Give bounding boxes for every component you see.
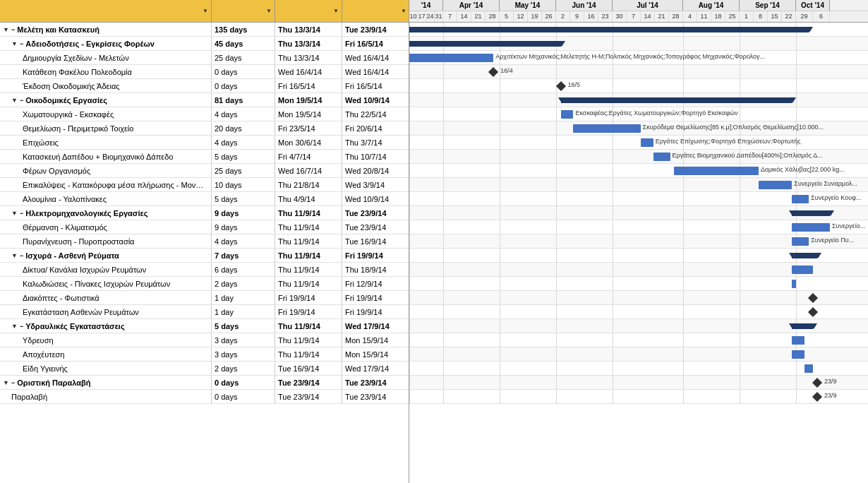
task-name-text: Έκδοση Οικοδομικής Άδειας bbox=[23, 82, 120, 90]
gantt-bar-label: Συνεργείο Κουφ... bbox=[811, 194, 861, 201]
table-row[interactable]: Διακόπτες - Φωτιστικά1 dayFri 19/9/14Fri… bbox=[0, 291, 409, 305]
grid-line bbox=[500, 178, 500, 191]
grid-line bbox=[556, 220, 557, 234]
grid-line bbox=[500, 376, 500, 389]
table-row[interactable]: Επικαλύψεις - Κατακόρυφα μέσα πλήρωσης -… bbox=[0, 178, 409, 192]
gantt-milestone bbox=[555, 81, 565, 91]
task-start-cell: Mon 30/6/14 bbox=[275, 136, 342, 149]
table-row[interactable]: Αλουμίνια - Υαλοπίνακες5 daysThu 4/9/14W… bbox=[0, 192, 409, 206]
start-sort-arrow[interactable]: ▼ bbox=[333, 8, 339, 14]
duration-sort-arrow[interactable]: ▼ bbox=[266, 8, 272, 14]
grid-line bbox=[683, 234, 684, 248]
grid-line bbox=[409, 234, 410, 248]
collapse-icon[interactable]: ▼ bbox=[11, 323, 18, 330]
task-start-cell: Thu 4/9/14 bbox=[275, 192, 342, 205]
table-row[interactable]: ▼ − Υδραυλικές Εγκαταστάσεις5 daysThu 11… bbox=[0, 319, 409, 333]
task-start-cell: Thu 21/8/14 bbox=[275, 178, 342, 191]
task-sort-arrow[interactable]: ▼ bbox=[203, 8, 208, 14]
gantt-week-label: 30 bbox=[613, 11, 627, 22]
duration-header[interactable]: ▼ bbox=[212, 0, 275, 22]
grid-line bbox=[409, 319, 410, 333]
grid-line bbox=[409, 150, 410, 163]
grid-line bbox=[443, 319, 444, 333]
task-finish-cell: Tue 23/9/14 bbox=[342, 390, 409, 403]
gantt-month-label: '14 bbox=[409, 0, 443, 11]
table-row[interactable]: Καλωδιώσεις - Πίνακες Ισχυρών Ρευμάτων2 … bbox=[0, 277, 409, 291]
collapse-indicator[interactable]: − bbox=[20, 97, 23, 104]
collapse-icon[interactable]: ▼ bbox=[11, 210, 18, 217]
grid-line bbox=[796, 305, 797, 318]
task-name-cell: ▼ − Οικοδομικές Εργασίες bbox=[0, 93, 212, 107]
finish-sort-arrow[interactable]: ▼ bbox=[401, 8, 406, 14]
table-row[interactable]: ▼ − Οικοδομικές Εργασίες81 daysMon 19/5/… bbox=[0, 93, 409, 107]
table-row[interactable]: ▼ − Ηλεκτρομηχανολογικές Εργασίες9 daysT… bbox=[0, 206, 409, 220]
table-row[interactable]: Υδρευση3 daysThu 11/9/14Mon 15/9/14 bbox=[0, 333, 409, 347]
table-row[interactable]: Επιχώσεις4 daysMon 30/6/14Thu 3/7/14 bbox=[0, 136, 409, 150]
table-row[interactable]: Εγκατάσταση Ασθενών Ρευμάτων1 dayFri 19/… bbox=[0, 305, 409, 319]
table-row[interactable]: Δίκτυα/ Κανάλια Ισχυρών Ρευμάτων6 daysTh… bbox=[0, 263, 409, 277]
collapse-indicator[interactable]: − bbox=[20, 210, 23, 217]
task-name-text: Πυρανίχνευση - Πυροπροστασία bbox=[23, 237, 134, 246]
task-name-cell: Χωματουργικά - Εκσκαφές bbox=[0, 107, 212, 121]
table-row[interactable]: Κατασκευή Δαπέδου + Βιομηχανικό Δάπεδο5 … bbox=[0, 150, 409, 164]
gantt-week-label: 10 bbox=[409, 11, 418, 22]
grid-line bbox=[556, 319, 557, 333]
collapse-indicator[interactable]: − bbox=[11, 379, 15, 386]
task-duration-cell: 45 days bbox=[212, 37, 275, 50]
grid-line bbox=[740, 220, 740, 234]
task-start-cell: Fri 16/5/14 bbox=[275, 79, 342, 93]
grid-line bbox=[409, 93, 410, 107]
grid-line bbox=[796, 277, 797, 290]
grid-line bbox=[556, 164, 557, 177]
collapse-icon[interactable]: ▼ bbox=[11, 40, 18, 47]
task-duration-cell: 5 days bbox=[212, 150, 275, 163]
finish-header[interactable]: ▼ bbox=[342, 0, 409, 22]
grid-line bbox=[556, 206, 557, 220]
task-finish-cell: Wed 16/4/14 bbox=[342, 51, 409, 64]
grid-line bbox=[500, 390, 500, 403]
task-name-text: Ηλεκτρομηχανολογικές Εργασίες bbox=[25, 209, 147, 217]
grid-line bbox=[683, 220, 684, 234]
gantt-bar-label: Εργάτες Επίχωσης;Φορτηγά Επιχώσεων;Φορτω… bbox=[656, 138, 801, 145]
table-row[interactable]: Έκδοση Οικοδομικής Άδειας0 daysFri 16/5/… bbox=[0, 79, 409, 93]
collapse-icon[interactable]: ▼ bbox=[3, 379, 10, 386]
table-row[interactable]: ▼ − Μελέτη και Κατασκευή135 daysThu 13/3… bbox=[0, 23, 409, 37]
task-name-header[interactable]: ▼ bbox=[0, 0, 212, 22]
grid-line bbox=[740, 305, 740, 318]
gantt-row bbox=[409, 263, 868, 277]
collapse-indicator[interactable]: − bbox=[20, 252, 23, 259]
table-row[interactable]: Πυρανίχνευση - Πυροπροστασία4 daysThu 11… bbox=[0, 234, 409, 249]
table-row[interactable]: Φέρων Οργανισμός25 daysWed 16/7/14Wed 20… bbox=[0, 164, 409, 178]
collapse-indicator[interactable]: − bbox=[20, 40, 23, 47]
gantt-row bbox=[409, 249, 868, 263]
table-row[interactable]: ▼ − Οριστική Παραλαβή0 daysTue 23/9/14Tu… bbox=[0, 376, 409, 390]
task-start-cell: Fri 4/7/14 bbox=[275, 150, 342, 163]
gantt-row: Εργάτες Επίχωσης;Φορτηγά Επιχώσεων;Φορτω… bbox=[409, 136, 868, 150]
table-row[interactable]: Κατάθεση Φακέλου Πολεοδομία0 daysWed 16/… bbox=[0, 65, 409, 79]
milestone-label: 16/4 bbox=[500, 67, 513, 74]
task-name-text: Θεμελίωση - Περιμετρικό Τοιχείο bbox=[23, 124, 133, 133]
table-row[interactable]: Θέρμανση - Κλιματισμός9 daysThu 11/9/14T… bbox=[0, 220, 409, 234]
table-row[interactable]: ▼ − Ισχυρά - Ασθενή Ρεύματα7 daysThu 11/… bbox=[0, 249, 409, 263]
start-header[interactable]: ▼ bbox=[275, 0, 342, 22]
grid-line bbox=[613, 164, 613, 177]
collapse-indicator[interactable]: − bbox=[11, 26, 15, 33]
grid-line bbox=[500, 277, 500, 290]
task-duration-cell: 4 days bbox=[212, 107, 275, 121]
task-finish-cell: Wed 3/9/14 bbox=[342, 178, 409, 191]
table-row[interactable]: Δημιουργία Σχεδίων - Μελετών25 daysThu 1… bbox=[0, 51, 409, 65]
gantt-row bbox=[409, 319, 868, 333]
gantt-milestone bbox=[808, 293, 818, 303]
collapse-icon[interactable]: ▼ bbox=[11, 97, 18, 104]
table-row[interactable]: Αποχέυτεση3 daysThu 11/9/14Mon 15/9/14 bbox=[0, 347, 409, 362]
task-name-text: Οικοδομικές Εργασίες bbox=[25, 96, 107, 105]
table-row[interactable]: Χωματουργικά - Εκσκαφές4 daysMon 19/5/14… bbox=[0, 107, 409, 121]
table-row[interactable]: Είδη Υγιεινής2 daysTue 16/9/14Wed 17/9/1… bbox=[0, 362, 409, 376]
collapse-icon[interactable]: ▼ bbox=[3, 26, 10, 33]
collapse-indicator[interactable]: − bbox=[20, 323, 23, 330]
table-row[interactable]: ▼ − Αδειοδοτήσεις - Εγκρίσεις Φορέων45 d… bbox=[0, 37, 409, 51]
collapse-icon[interactable]: ▼ bbox=[11, 252, 18, 259]
table-row[interactable]: Θεμελίωση - Περιμετρικό Τοιχείο20 daysFr… bbox=[0, 121, 409, 136]
task-duration-cell: 81 days bbox=[212, 93, 275, 107]
table-row[interactable]: Παραλαβή0 daysTue 23/9/14Tue 23/9/14 bbox=[0, 390, 409, 404]
